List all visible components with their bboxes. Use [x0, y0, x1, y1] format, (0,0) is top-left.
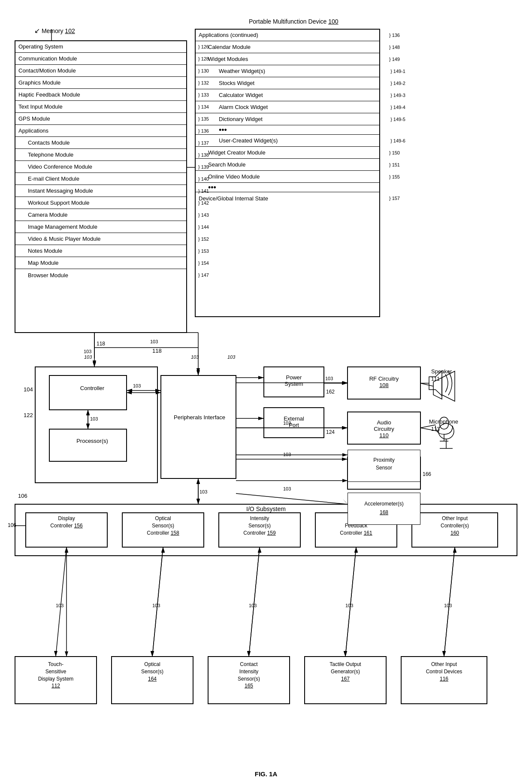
memory-row-contacts: Contacts Module } 137: [15, 137, 187, 149]
other-input-devices-label: Other InputControl Devices116: [402, 661, 486, 682]
svg-text:103: 103: [345, 603, 353, 608]
intensity-ctrl-label: IntensitySensor(s)Controller 159: [220, 515, 299, 536]
speaker-label: Speaker: [431, 368, 452, 375]
svg-marker-116: [161, 547, 165, 553]
pmd-row-stocks: Stocks Widget } 149-2: [195, 77, 380, 89]
memory-row-im: Instant Messaging Module } 141: [15, 185, 187, 197]
pmd-row-dots2: •••: [195, 183, 380, 192]
memory-row-os: Operating System } 126: [15, 41, 187, 53]
svg-marker-88: [86, 410, 90, 415]
svg-marker-48: [65, 651, 68, 657]
svg-text:103: 103: [84, 349, 91, 354]
fig-label: FIG. 1A: [255, 770, 278, 778]
svg-rect-20: [112, 657, 193, 704]
pmd-box: Applications (continued) } 136 Calendar …: [195, 29, 380, 204]
svg-text:Proximity: Proximity: [373, 457, 394, 463]
svg-marker-49: [65, 547, 68, 552]
memory-row-vidmusic: Video & Music Player Module } 152: [15, 233, 187, 245]
svg-point-64: [438, 424, 454, 439]
ext-port-ref: 124: [326, 429, 335, 435]
svg-rect-9: [348, 367, 420, 399]
svg-rect-11: [348, 457, 420, 489]
memory-row-contact: Contact/Motion Module } 130: [15, 65, 187, 77]
svg-rect-12: [348, 457, 420, 489]
svg-marker-51: [151, 651, 154, 657]
svg-marker-29: [196, 370, 200, 375]
svg-marker-79: [196, 368, 200, 375]
svg-marker-93: [258, 417, 264, 420]
svg-marker-112: [65, 547, 68, 553]
bus-103-2: 103: [191, 354, 199, 360]
svg-rect-6: [161, 375, 236, 478]
svg-marker-84: [127, 389, 132, 392]
svg-marker-39: [156, 391, 161, 394]
display-ctrl-label: DisplayController 156: [27, 515, 106, 530]
svg-marker-101: [342, 457, 348, 461]
svg-marker-45: [196, 499, 200, 504]
svg-marker-108: [196, 478, 200, 484]
svg-marker-46: [196, 478, 200, 484]
controller-label: Controller: [58, 385, 127, 391]
ref-104: 104: [24, 386, 33, 393]
svg-line-103: [236, 493, 348, 504]
svg-marker-104: [343, 499, 348, 504]
svg-marker-128: [453, 547, 456, 553]
pmd-row-weather: Weather Widget(s) } 149-1: [195, 65, 380, 77]
svg-marker-61: [453, 547, 456, 552]
svg-marker-26: [93, 362, 96, 367]
svg-rect-17: [315, 513, 397, 547]
svg-line-67: [420, 383, 433, 386]
microphone-ref: 113: [431, 426, 440, 432]
svg-rect-10: [348, 412, 420, 444]
svg-marker-83: [155, 389, 161, 392]
ref-122: 122: [24, 412, 33, 418]
svg-line-135: [420, 425, 435, 428]
svg-line-53: [249, 547, 260, 657]
memory-row-email: E-mail Client Module } 140: [15, 173, 187, 185]
svg-marker-43: [86, 410, 90, 415]
svg-line-118: [249, 547, 260, 657]
svg-line-68: [420, 428, 438, 431]
audio-circ-label: AudioCircuitry110: [350, 419, 418, 439]
svg-marker-98: [342, 426, 348, 430]
svg-marker-55: [258, 547, 261, 552]
svg-rect-69: [348, 493, 420, 525]
power-ref: 162: [326, 389, 335, 395]
svg-rect-72: [348, 450, 420, 482]
pmd-row-dict: Dictionary Widget } 149-5: [195, 113, 380, 125]
pmd-row-calendar: Calendar Module } 148: [195, 41, 380, 53]
optical-ctrl-label: OpticalSensor(s)Controller 158: [123, 515, 203, 536]
svg-marker-62: [433, 378, 442, 399]
processor-label: Processor(s): [58, 438, 127, 444]
optical-sensor-label: OpticalSensor(s)164: [112, 661, 192, 682]
svg-text:103: 103: [133, 383, 141, 388]
proximity-ref: 166: [423, 471, 431, 477]
touch-display-label: Touch-SensitiveDisplay System112: [16, 661, 96, 690]
contact-intensity-label: ContactIntensitySensor(s)165: [209, 661, 289, 690]
pmd-row-calc: Calculator Widget } 149-3: [195, 89, 380, 101]
ref-106: 106: [18, 493, 27, 499]
bus-103-3: 103: [227, 354, 235, 360]
svg-rect-21: [208, 657, 290, 704]
pmd-title: Portable Multifunction Device 100: [249, 18, 339, 25]
svg-rect-16: [219, 513, 300, 547]
svg-marker-123: [344, 651, 347, 657]
svg-marker-63: [442, 371, 455, 401]
memory-row-map: Map Module } 154: [15, 257, 187, 269]
svg-rect-13: [15, 504, 517, 556]
svg-line-122: [345, 547, 356, 657]
svg-text:103: 103: [56, 603, 63, 608]
memory-row-apps: Applications } 136: [15, 125, 187, 137]
svg-marker-57: [344, 651, 347, 657]
svg-line-110: [56, 547, 66, 657]
haptic-ctrl-label: HapticFeedbackController 161: [316, 515, 396, 536]
memory-row-telephone: Telephone Module } 138: [15, 149, 187, 161]
memory-row-vidconf: Video Conference Module } 139: [15, 161, 187, 173]
svg-marker-111: [54, 651, 57, 657]
other-ctrl-label: Other InputController(s)160: [413, 515, 497, 536]
pmd-row-dots1: •••: [195, 125, 380, 135]
memory-row-browser: Browser Module } 147: [15, 269, 187, 281]
svg-marker-77: [93, 360, 96, 367]
svg-text:103: 103: [283, 421, 291, 426]
memory-row-gps: GPS Module } 135: [15, 113, 187, 125]
